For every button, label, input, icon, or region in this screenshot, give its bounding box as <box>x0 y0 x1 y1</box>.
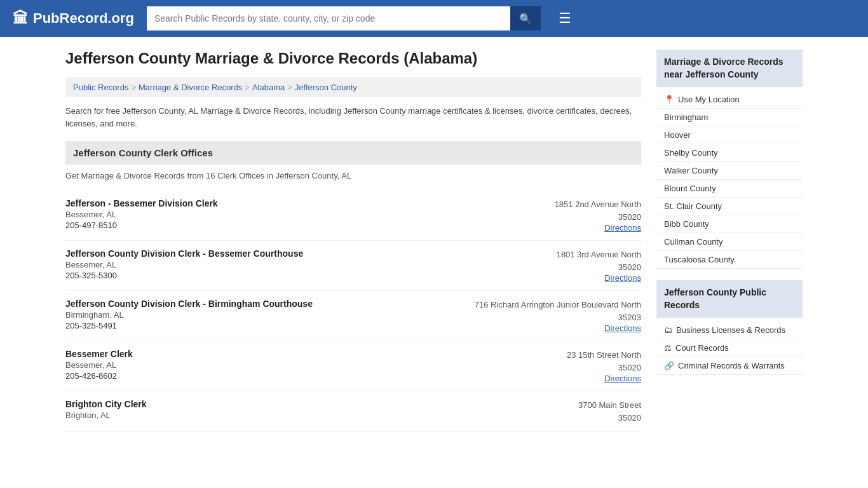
office-address-3: 23 15th Street North35020 <box>501 349 641 374</box>
sidebar-pr-item-2[interactable]: 🔗 Criminal Records & Warrants <box>656 357 803 375</box>
pr-link-2[interactable]: 🔗 Criminal Records & Warrants <box>664 361 795 370</box>
section-subtitle: Get Marriage & Divorce Records from 16 C… <box>65 171 641 180</box>
breadcrumb: Public Records > Marriage & Divorce Reco… <box>65 78 641 97</box>
office-entry: Jefferson County Division Clerk - Bessem… <box>65 241 641 291</box>
sidebar-nearby-item-0[interactable]: Birmingham <box>656 109 803 126</box>
nearby-items-container: BirminghamHooverShelby CountyWalker Coun… <box>656 109 803 269</box>
office-address-0: 1851 2nd Avenue North35020 <box>501 198 641 223</box>
office-left-4: Brighton City Clerk Brighton, AL <box>65 399 501 424</box>
breadcrumb-sep-3: > <box>287 83 292 92</box>
nearby-link-3[interactable]: Walker County <box>664 166 795 175</box>
public-records-items-container: 🗂 Business Licenses & Records⚖ Court Rec… <box>656 322 803 375</box>
pr-icon-2: 🔗 <box>664 361 674 370</box>
office-right-4: 3700 Main Street35020 <box>501 399 641 424</box>
nearby-link-7[interactable]: Cullman County <box>664 237 795 247</box>
nearby-link-6[interactable]: Bibb County <box>664 219 795 229</box>
office-address-2: 716 Richard Arrington Junior Boulevard N… <box>475 299 641 323</box>
breadcrumb-public-records[interactable]: Public Records <box>73 83 128 92</box>
sidebar-pr-item-1[interactable]: ⚖ Court Records <box>656 339 803 357</box>
office-entry: Bessemer Clerk Bessemer, AL 205-426-8602… <box>65 341 641 391</box>
office-name-3: Bessemer Clerk <box>65 349 501 359</box>
office-city-3: Bessemer, AL <box>65 360 501 370</box>
pr-link-0[interactable]: 🗂 Business Licenses & Records <box>664 325 795 335</box>
office-left-1: Jefferson County Division Clerk - Bessem… <box>65 248 501 283</box>
directions-link-1[interactable]: Directions <box>604 273 641 283</box>
directions-link-3[interactable]: Directions <box>604 374 641 383</box>
pr-icon-1: ⚖ <box>664 343 672 353</box>
office-name-0: Jefferson - Bessemer Division Clerk <box>65 198 501 208</box>
hamburger-icon: ☰ <box>559 10 571 26</box>
directions-link-0[interactable]: Directions <box>604 223 641 233</box>
breadcrumb-sep-2: > <box>245 83 250 92</box>
sidebar-nearby-item-8[interactable]: Tuscaloosa County <box>656 251 803 269</box>
office-left-0: Jefferson - Bessemer Division Clerk Bess… <box>65 198 501 233</box>
office-entry: Jefferson - Bessemer Division Clerk Bess… <box>65 191 641 241</box>
breadcrumb-marriage-divorce[interactable]: Marriage & Divorce Records <box>139 83 242 92</box>
nearby-link-2[interactable]: Shelby County <box>664 148 795 158</box>
office-right-2: 716 Richard Arrington Junior Boulevard N… <box>475 299 641 333</box>
page-title: Jefferson County Marriage & Divorce Reco… <box>65 50 641 67</box>
search-input[interactable] <box>147 6 510 30</box>
office-name-2: Jefferson County Division Clerk - Birmin… <box>65 299 475 309</box>
pr-link-1[interactable]: ⚖ Court Records <box>664 343 795 353</box>
nearby-link-0[interactable]: Birmingham <box>664 112 795 122</box>
use-location-label: Use My Location <box>678 95 740 104</box>
offices-list: Jefferson - Bessemer Division Clerk Bess… <box>65 191 641 432</box>
office-phone-3: 205-426-8602 <box>65 371 501 381</box>
office-phone-1: 205-325-5300 <box>65 271 501 280</box>
office-phone-0: 205-497-8510 <box>65 220 501 230</box>
content-area: Jefferson County Marriage & Divorce Reco… <box>65 50 641 432</box>
pr-icon-0: 🗂 <box>664 325 672 335</box>
sidebar-nearby-item-7[interactable]: Cullman County <box>656 233 803 251</box>
menu-button[interactable]: ☰ <box>559 10 571 27</box>
search-button[interactable]: 🔍 <box>510 6 541 30</box>
office-name-1: Jefferson County Division Clerk - Bessem… <box>65 248 501 259</box>
office-right-0: 1851 2nd Avenue North35020 Directions <box>501 198 641 233</box>
sidebar-nearby-item-4[interactable]: Blount County <box>656 180 803 198</box>
search-bar: 🔍 <box>147 6 541 30</box>
location-icon: 📍 <box>664 95 674 104</box>
office-address-1: 1801 3rd Avenue North35020 <box>501 248 641 273</box>
office-city-1: Bessemer, AL <box>65 260 501 269</box>
logo-text: PubRecord.org <box>33 10 134 27</box>
office-city-2: Birmingham, AL <box>65 310 475 320</box>
breadcrumb-alabama[interactable]: Alabama <box>252 83 285 92</box>
sidebar-use-location[interactable]: 📍 Use My Location <box>656 91 803 109</box>
sidebar-nearby-item-6[interactable]: Bibb County <box>656 215 803 233</box>
office-city-4: Brighton, AL <box>65 410 501 420</box>
site-header: 🏛 PubRecord.org 🔍 ☰ <box>0 0 868 37</box>
sidebar: Marriage & Divorce Records near Jefferso… <box>656 50 803 432</box>
office-left-3: Bessemer Clerk Bessemer, AL 205-426-8602 <box>65 349 501 383</box>
office-address-4: 3700 Main Street35020 <box>501 399 641 424</box>
breadcrumb-jefferson-county[interactable]: Jefferson County <box>295 83 357 92</box>
breadcrumb-sep-1: > <box>131 83 136 92</box>
office-entry: Jefferson County Division Clerk - Birmin… <box>65 291 641 341</box>
nearby-link-1[interactable]: Hoover <box>664 130 795 140</box>
sidebar-nearby-list: 📍 Use My Location BirminghamHooverShelby… <box>656 91 803 269</box>
sidebar-nearby-title: Marriage & Divorce Records near Jefferso… <box>656 50 803 87</box>
sidebar-public-records-list: 🗂 Business Licenses & Records⚖ Court Rec… <box>656 322 803 375</box>
directions-link-2[interactable]: Directions <box>604 323 641 333</box>
sidebar-nearby-item-3[interactable]: Walker County <box>656 162 803 180</box>
nearby-link-5[interactable]: St. Clair County <box>664 201 795 211</box>
office-entry: Brighton City Clerk Brighton, AL 3700 Ma… <box>65 391 641 432</box>
sidebar-public-records-title: Jefferson County Public Records <box>656 280 803 318</box>
main-container: Jefferson County Marriage & Divorce Reco… <box>53 37 815 445</box>
logo[interactable]: 🏛 PubRecord.org <box>13 10 134 27</box>
use-location-link[interactable]: 📍 Use My Location <box>664 95 795 104</box>
sidebar-pr-item-0[interactable]: 🗂 Business Licenses & Records <box>656 322 803 339</box>
sidebar-nearby-item-1[interactable]: Hoover <box>656 126 803 144</box>
office-phone-2: 205-325-5491 <box>65 321 475 330</box>
section-header: Jefferson County Clerk Offices <box>65 141 641 165</box>
office-right-3: 23 15th Street North35020 Directions <box>501 349 641 383</box>
sidebar-nearby-item-2[interactable]: Shelby County <box>656 144 803 162</box>
office-right-1: 1801 3rd Avenue North35020 Directions <box>501 248 641 283</box>
office-name-4: Brighton City Clerk <box>65 399 501 409</box>
sidebar-nearby-item-5[interactable]: St. Clair County <box>656 198 803 215</box>
logo-icon: 🏛 <box>13 10 28 27</box>
nearby-link-4[interactable]: Blount County <box>664 184 795 193</box>
search-icon: 🔍 <box>519 13 532 24</box>
nearby-link-8[interactable]: Tuscaloosa County <box>664 255 795 264</box>
office-city-0: Bessemer, AL <box>65 210 501 219</box>
office-left-2: Jefferson County Division Clerk - Birmin… <box>65 299 475 333</box>
